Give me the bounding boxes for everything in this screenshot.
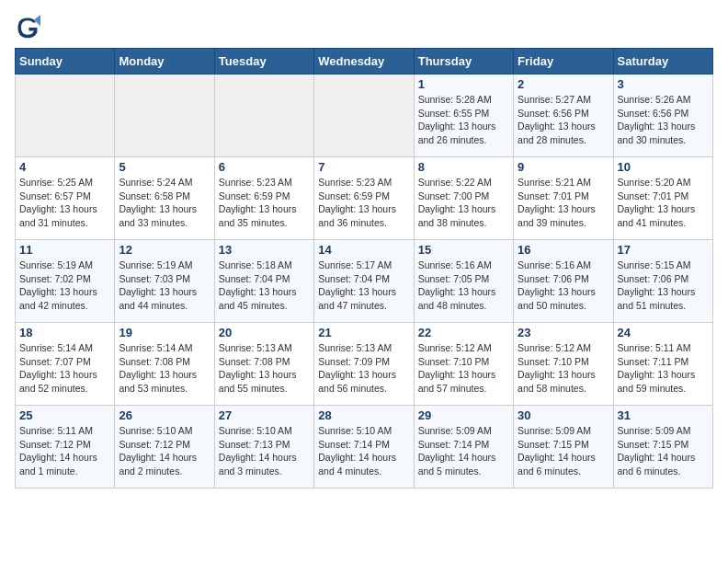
calendar-week-4: 18Sunrise: 5:14 AMSunset: 7:07 PMDayligh… [16,323,713,406]
calendar-cell: 17Sunrise: 5:15 AMSunset: 7:06 PMDayligh… [613,240,712,323]
calendar-cell: 19Sunrise: 5:14 AMSunset: 7:08 PMDayligh… [115,323,214,406]
calendar-cell: 13Sunrise: 5:18 AMSunset: 7:04 PMDayligh… [214,240,313,323]
day-info: Sunrise: 5:25 AMSunset: 6:57 PMDaylight:… [19,176,110,230]
day-number: 29 [418,408,509,422]
day-number: 15 [418,243,509,257]
day-info: Sunrise: 5:23 AMSunset: 6:59 PMDaylight:… [318,176,409,230]
day-info: Sunrise: 5:13 AMSunset: 7:09 PMDaylight:… [318,341,409,396]
calendar-cell: 18Sunrise: 5:14 AMSunset: 7:07 PMDayligh… [16,323,115,406]
calendar-cell [16,75,115,157]
calendar-cell: 9Sunrise: 5:21 AMSunset: 7:01 PMDaylight… [514,157,613,240]
day-info: Sunrise: 5:26 AMSunset: 6:56 PMDaylight:… [618,93,709,147]
calendar-cell [314,75,414,157]
calendar-cell: 24Sunrise: 5:11 AMSunset: 7:11 PMDayligh… [613,323,712,406]
calendar-week-5: 25Sunrise: 5:11 AMSunset: 7:12 PMDayligh… [16,406,713,488]
day-number: 13 [219,243,310,257]
day-number: 2 [518,77,609,91]
day-info: Sunrise: 5:23 AMSunset: 6:59 PMDaylight:… [219,176,310,230]
day-info: Sunrise: 5:14 AMSunset: 7:08 PMDaylight:… [119,341,210,396]
calendar-cell: 26Sunrise: 5:10 AMSunset: 7:12 PMDayligh… [115,406,214,488]
calendar-cell: 30Sunrise: 5:09 AMSunset: 7:15 PMDayligh… [514,406,613,488]
day-number: 9 [518,160,609,174]
calendar-cell: 12Sunrise: 5:19 AMSunset: 7:03 PMDayligh… [115,240,214,323]
day-number: 26 [119,408,210,422]
calendar-cell: 16Sunrise: 5:16 AMSunset: 7:06 PMDayligh… [514,240,613,323]
day-info: Sunrise: 5:11 AMSunset: 7:12 PMDaylight:… [19,424,110,478]
calendar-cell: 14Sunrise: 5:17 AMSunset: 7:04 PMDayligh… [314,240,414,323]
day-number: 21 [318,326,409,339]
day-info: Sunrise: 5:09 AMSunset: 7:15 PMDaylight:… [518,424,609,478]
day-number: 31 [618,408,709,422]
day-number: 14 [318,243,409,257]
calendar-cell: 15Sunrise: 5:16 AMSunset: 7:05 PMDayligh… [414,240,513,323]
calendar-cell: 22Sunrise: 5:12 AMSunset: 7:10 PMDayligh… [414,323,513,406]
calendar-cell: 28Sunrise: 5:10 AMSunset: 7:14 PMDayligh… [314,406,414,488]
day-number: 8 [418,160,509,174]
day-info: Sunrise: 5:21 AMSunset: 7:01 PMDaylight:… [518,176,609,230]
calendar-cell: 7Sunrise: 5:23 AMSunset: 6:59 PMDaylight… [314,157,414,240]
day-info: Sunrise: 5:10 AMSunset: 7:14 PMDaylight:… [318,424,409,478]
day-number: 4 [19,160,110,174]
calendar-cell: 11Sunrise: 5:19 AMSunset: 7:02 PMDayligh… [16,240,115,323]
calendar-cell: 25Sunrise: 5:11 AMSunset: 7:12 PMDayligh… [16,406,115,488]
day-number: 20 [219,326,310,339]
day-number: 27 [219,408,310,422]
day-number: 7 [318,160,409,174]
weekday-header-monday: Monday [115,49,214,75]
calendar-cell: 4Sunrise: 5:25 AMSunset: 6:57 PMDaylight… [16,157,115,240]
day-info: Sunrise: 5:17 AMSunset: 7:04 PMDaylight:… [318,259,409,313]
logo-icon [15,15,40,40]
calendar: SundayMondayTuesdayWednesdayThursdayFrid… [15,48,713,488]
day-info: Sunrise: 5:15 AMSunset: 7:06 PMDaylight:… [618,259,709,313]
calendar-cell: 23Sunrise: 5:12 AMSunset: 7:10 PMDayligh… [514,323,613,406]
day-info: Sunrise: 5:19 AMSunset: 7:02 PMDaylight:… [19,259,110,313]
day-number: 19 [119,326,210,339]
calendar-cell [214,75,313,157]
calendar-week-3: 11Sunrise: 5:19 AMSunset: 7:02 PMDayligh… [16,240,713,323]
weekday-header-wednesday: Wednesday [314,49,414,75]
logo [15,15,44,40]
day-info: Sunrise: 5:13 AMSunset: 7:08 PMDaylight:… [219,341,310,396]
day-info: Sunrise: 5:18 AMSunset: 7:04 PMDaylight:… [219,259,310,313]
calendar-cell [115,75,214,157]
calendar-cell: 3Sunrise: 5:26 AMSunset: 6:56 PMDaylight… [613,75,712,157]
calendar-cell: 20Sunrise: 5:13 AMSunset: 7:08 PMDayligh… [214,323,313,406]
day-info: Sunrise: 5:09 AMSunset: 7:14 PMDaylight:… [418,424,509,478]
weekday-header-row: SundayMondayTuesdayWednesdayThursdayFrid… [16,49,713,75]
weekday-header-saturday: Saturday [613,49,712,75]
day-number: 17 [618,243,709,257]
calendar-cell: 29Sunrise: 5:09 AMSunset: 7:14 PMDayligh… [414,406,513,488]
day-info: Sunrise: 5:12 AMSunset: 7:10 PMDaylight:… [518,341,609,396]
day-info: Sunrise: 5:16 AMSunset: 7:06 PMDaylight:… [518,259,609,313]
calendar-week-1: 1Sunrise: 5:28 AMSunset: 6:55 PMDaylight… [16,75,713,157]
calendar-week-2: 4Sunrise: 5:25 AMSunset: 6:57 PMDaylight… [16,157,713,240]
day-info: Sunrise: 5:09 AMSunset: 7:15 PMDaylight:… [618,424,709,478]
weekday-header-sunday: Sunday [16,49,115,75]
day-info: Sunrise: 5:10 AMSunset: 7:12 PMDaylight:… [119,424,210,478]
weekday-header-friday: Friday [514,49,613,75]
day-number: 6 [219,160,310,174]
calendar-cell: 8Sunrise: 5:22 AMSunset: 7:00 PMDaylight… [414,157,513,240]
day-number: 28 [318,408,409,422]
day-info: Sunrise: 5:22 AMSunset: 7:00 PMDaylight:… [418,176,509,230]
calendar-cell: 10Sunrise: 5:20 AMSunset: 7:01 PMDayligh… [613,157,712,240]
day-info: Sunrise: 5:12 AMSunset: 7:10 PMDaylight:… [418,341,509,396]
day-number: 11 [19,243,110,257]
day-info: Sunrise: 5:27 AMSunset: 6:56 PMDaylight:… [518,93,609,147]
day-info: Sunrise: 5:10 AMSunset: 7:13 PMDaylight:… [219,424,310,478]
weekday-header-thursday: Thursday [414,49,513,75]
day-number: 22 [418,326,509,339]
header [15,15,713,40]
calendar-cell: 5Sunrise: 5:24 AMSunset: 6:58 PMDaylight… [115,157,214,240]
calendar-cell: 2Sunrise: 5:27 AMSunset: 6:56 PMDaylight… [514,75,613,157]
day-info: Sunrise: 5:28 AMSunset: 6:55 PMDaylight:… [418,93,509,147]
day-info: Sunrise: 5:16 AMSunset: 7:05 PMDaylight:… [418,259,509,313]
day-info: Sunrise: 5:20 AMSunset: 7:01 PMDaylight:… [618,176,709,230]
day-number: 25 [19,408,110,422]
weekday-header-tuesday: Tuesday [214,49,313,75]
day-number: 18 [19,326,110,339]
day-info: Sunrise: 5:11 AMSunset: 7:11 PMDaylight:… [618,341,709,396]
day-number: 24 [618,326,709,339]
day-number: 3 [618,77,709,91]
day-number: 5 [119,160,210,174]
